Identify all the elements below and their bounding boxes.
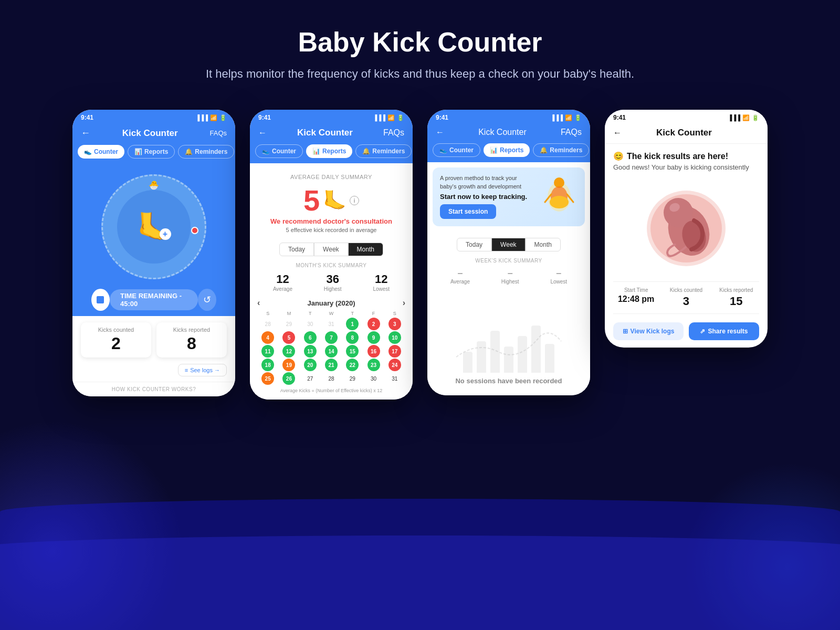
phone1-title: Kick Counter — [122, 128, 178, 139]
calendar-day[interactable]: 8 — [346, 331, 359, 344]
faqs-link-3[interactable]: FAQs — [561, 128, 582, 137]
cal-next-btn[interactable]: › — [403, 298, 405, 308]
circle-timer[interactable]: 🦶 + 🐣 — [101, 174, 206, 279]
back-icon-1[interactable]: ← — [81, 128, 90, 139]
calendar-day[interactable]: 31 — [325, 318, 338, 330]
svg-point-3 — [550, 196, 569, 208]
avg-daily-title: AVERAGE DAILY SUMMARY — [257, 174, 405, 180]
phones-row: 9:41 ▐▐▐📶🔋 ← Kick Counter FAQs 👟 Counter… — [72, 110, 768, 400]
kicks-counted-card: Kicks counted 2 — [81, 322, 151, 358]
filter-today-3[interactable]: Today — [457, 238, 491, 251]
calendar-day[interactable]: 16 — [368, 345, 380, 358]
back-icon-2[interactable]: ← — [258, 128, 267, 138]
stat-highest-label: Highest — [324, 286, 342, 292]
filter-today[interactable]: Today — [279, 243, 314, 256]
tab-reports-2[interactable]: 📊 Reports — [306, 144, 352, 158]
filter-week[interactable]: Week — [314, 243, 348, 256]
counter-icon-2: 👟 — [262, 148, 270, 155]
calendar-day[interactable]: 29 — [346, 372, 359, 385]
week-highest-label: Highest — [501, 279, 519, 285]
calendar-day[interactable]: 1 — [346, 318, 359, 330]
tab-reminders-3[interactable]: 🔔 Reminders — [533, 143, 589, 157]
phone-reports-empty: 9:41 ▐▐▐📶🔋 ← Kick Counter FAQs 👟 Counter… — [427, 110, 590, 395]
kicks-counted-value: 2 — [85, 334, 147, 353]
filter-month-3[interactable]: Month — [526, 238, 561, 251]
view-logs-button[interactable]: ⊞ View Kick logs — [613, 322, 684, 340]
kicks-counted-label: Kicks counted — [85, 327, 147, 333]
info-icon[interactable]: i — [350, 196, 359, 205]
results-title-text: The kick results are here! — [627, 152, 728, 161]
calendar-day[interactable]: 12 — [282, 345, 295, 358]
calendar-day[interactable]: 9 — [368, 331, 380, 344]
tab-counter-1[interactable]: 👟 Counter — [78, 145, 124, 159]
filter-month[interactable]: Month — [348, 243, 383, 256]
kicks-reported-label: Kicks reported — [161, 327, 223, 333]
results-actions: ⊞ View Kick logs ⇗ Share results — [613, 322, 759, 340]
view-logs-icon: ⊞ — [623, 328, 628, 335]
faqs-link-2[interactable]: FAQs — [383, 128, 404, 138]
result-start-time: Start Time 12:48 pm — [613, 287, 659, 308]
calendar-day[interactable]: 3 — [388, 318, 401, 330]
calendar-day[interactable]: 17 — [388, 345, 401, 358]
calendar-day[interactable]: 19 — [282, 359, 295, 371]
calendar-day[interactable]: 31 — [388, 372, 401, 385]
calendar-day[interactable]: 26 — [282, 372, 295, 385]
week-lowest-val: – — [550, 268, 567, 279]
calendar-day[interactable]: 10 — [388, 331, 401, 344]
no-sessions-chart — [435, 289, 583, 373]
avg-value: 5 — [303, 183, 320, 217]
calendar-day[interactable]: 28 — [261, 318, 274, 330]
see-logs-button[interactable]: ≡ See logs → — [178, 364, 227, 376]
back-icon-4[interactable]: ← — [613, 128, 622, 138]
week-average-val: – — [450, 268, 470, 279]
calendar-day[interactable]: 18 — [261, 359, 274, 371]
calendar-day[interactable]: 14 — [325, 345, 338, 358]
calendar-day[interactable]: 30 — [304, 318, 317, 330]
calendar-day[interactable]: 30 — [368, 372, 380, 385]
calendar-day[interactable]: 21 — [325, 359, 338, 371]
stop-button[interactable] — [91, 289, 110, 311]
share-label: Share results — [708, 328, 748, 335]
calendar-day[interactable]: 29 — [282, 318, 295, 330]
tab-reminders-2[interactable]: 🔔 Reminders — [355, 144, 412, 158]
calendar-day[interactable]: 22 — [346, 359, 359, 371]
tab-counter-2[interactable]: 👟 Counter — [255, 144, 303, 158]
share-button[interactable]: ⇗ Share results — [689, 322, 759, 340]
faqs-link-1[interactable]: FAQs — [209, 129, 227, 137]
avg-number-display: 5 🦶 i — [257, 183, 405, 217]
calendar-day[interactable]: 15 — [346, 345, 359, 358]
stat-average-label: Average — [273, 286, 292, 292]
cal-prev-btn[interactable]: ‹ — [257, 298, 260, 308]
calendar-day[interactable]: 25 — [261, 372, 274, 385]
calendar-day[interactable]: 6 — [304, 331, 317, 344]
promo-illustration — [541, 178, 578, 215]
calendar-row: 28293031123 — [257, 318, 405, 330]
tab-bar-3: 👟 Counter 📊 Reports 🔔 Reminders — [427, 143, 590, 162]
filter-week-3[interactable]: Week — [491, 238, 525, 251]
phone3-header: ← Kick Counter FAQs — [427, 123, 590, 143]
calendar-day[interactable]: 28 — [325, 372, 338, 385]
phone3-reports-body: Today Week Month WEEK'S KICK SUMMARY – A… — [427, 232, 590, 395]
calendar-day[interactable]: 5 — [282, 331, 295, 344]
calendar-day[interactable]: 27 — [304, 372, 317, 385]
calendar-day[interactable]: 11 — [261, 345, 274, 358]
calendar-day[interactable]: 7 — [325, 331, 338, 344]
tab-reports-3[interactable]: 📊 Reports — [484, 143, 530, 157]
calendar-day[interactable]: 23 — [368, 359, 380, 371]
calendar-day[interactable]: 2 — [368, 318, 380, 330]
tab-counter-3[interactable]: 👟 Counter — [433, 143, 480, 157]
tab-reminders-1[interactable]: 🔔 Reminders — [178, 145, 234, 159]
status-icons-2: ▐▐▐📶🔋 — [373, 114, 404, 121]
back-icon-3[interactable]: ← — [436, 128, 444, 137]
tab-reports-1[interactable]: 📊 Reports — [128, 145, 175, 159]
promo-strong: Start now to keep tracking. — [440, 193, 527, 201]
calendar-day[interactable]: 20 — [304, 359, 317, 371]
start-session-button[interactable]: Start session — [440, 204, 496, 219]
calendar-day[interactable]: 24 — [388, 359, 401, 371]
calendar-day[interactable]: 13 — [304, 345, 317, 358]
reset-button[interactable]: ↺ — [198, 289, 216, 311]
week-average-label: Average — [450, 279, 470, 285]
calendar-day[interactable]: 4 — [261, 331, 274, 344]
avg-formula: Average Kicks = (Number of Effective kic… — [257, 388, 405, 393]
kicks-reported-value-4: 15 — [713, 295, 759, 308]
